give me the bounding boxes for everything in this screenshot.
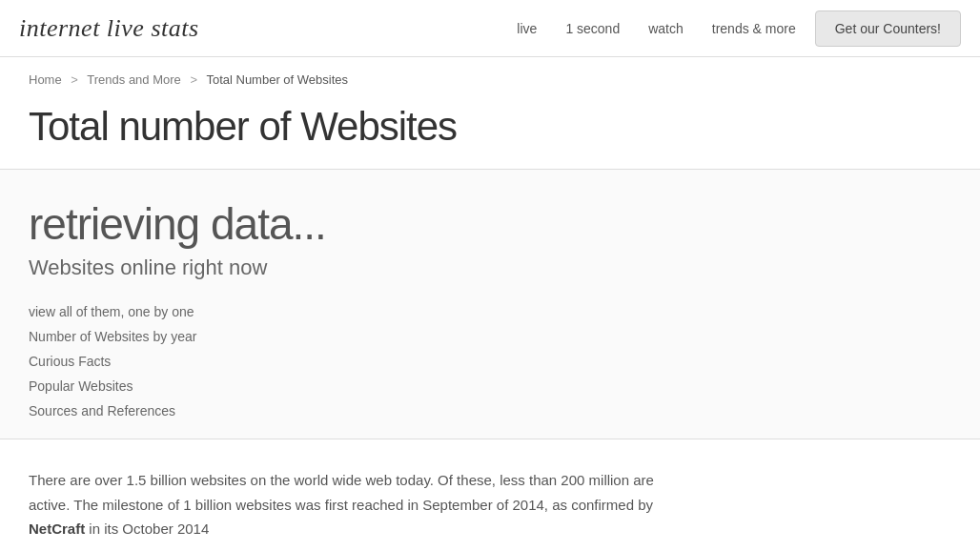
info-text-before: There are over 1.5 billion websites on t… xyxy=(29,472,654,513)
live-counter: retrieving data... xyxy=(29,198,951,250)
breadcrumb-parent[interactable]: Trends and More xyxy=(87,72,181,87)
nav-item-live[interactable]: live xyxy=(517,20,537,37)
link-popular-websites[interactable]: Popular Websites xyxy=(29,378,133,394)
live-counter-label: Websites online right now xyxy=(29,255,951,280)
breadcrumb-current: Total Number of Websites xyxy=(206,72,348,87)
link-sources-references[interactable]: Sources and References xyxy=(29,403,175,418)
list-item[interactable]: Sources and References xyxy=(29,402,951,419)
breadcrumb: Home > Trends and More > Total Number of… xyxy=(0,57,980,94)
page-title-section: Total number of Websites xyxy=(0,94,980,170)
link-by-year[interactable]: Number of Websites by year xyxy=(29,329,196,344)
info-paragraph: There are over 1.5 billion websites on t… xyxy=(29,468,658,541)
nav-link-trends[interactable]: trends & more xyxy=(712,21,796,36)
main-content: retrieving data... Websites online right… xyxy=(0,170,980,551)
nav-item-1second[interactable]: 1 second xyxy=(565,20,620,37)
link-view-all[interactable]: view all of them, one by one xyxy=(29,304,194,319)
info-text-after: in its October 2014 xyxy=(85,520,209,537)
info-section: There are over 1.5 billion websites on t… xyxy=(0,439,980,551)
list-item[interactable]: view all of them, one by one xyxy=(29,303,951,320)
data-section: retrieving data... Websites online right… xyxy=(0,170,980,439)
list-item[interactable]: Number of Websites by year xyxy=(29,328,951,345)
link-curious-facts[interactable]: Curious Facts xyxy=(29,354,111,369)
nav-item-watch[interactable]: watch xyxy=(648,20,684,37)
breadcrumb-home[interactable]: Home xyxy=(29,72,62,87)
breadcrumb-sep-2: > xyxy=(190,72,197,87)
nav-links: live 1 second watch trends & more xyxy=(517,20,795,37)
netcraft-link[interactable]: NetCraft xyxy=(29,520,85,537)
list-item[interactable]: Popular Websites xyxy=(29,378,951,395)
nav-link-live[interactable]: live xyxy=(517,21,537,36)
breadcrumb-sep-1: > xyxy=(71,72,78,87)
main-nav: internet live stats live 1 second watch … xyxy=(0,0,980,57)
list-item[interactable]: Curious Facts xyxy=(29,353,951,370)
get-counters-button[interactable]: Get our Counters! xyxy=(815,10,961,47)
section-links-list: view all of them, one by one Number of W… xyxy=(29,303,951,419)
nav-link-watch[interactable]: watch xyxy=(648,21,684,36)
nav-item-trends[interactable]: trends & more xyxy=(712,20,796,37)
page-title: Total number of Websites xyxy=(29,104,951,150)
site-logo[interactable]: internet live stats xyxy=(19,14,199,43)
nav-link-1second[interactable]: 1 second xyxy=(565,21,620,36)
